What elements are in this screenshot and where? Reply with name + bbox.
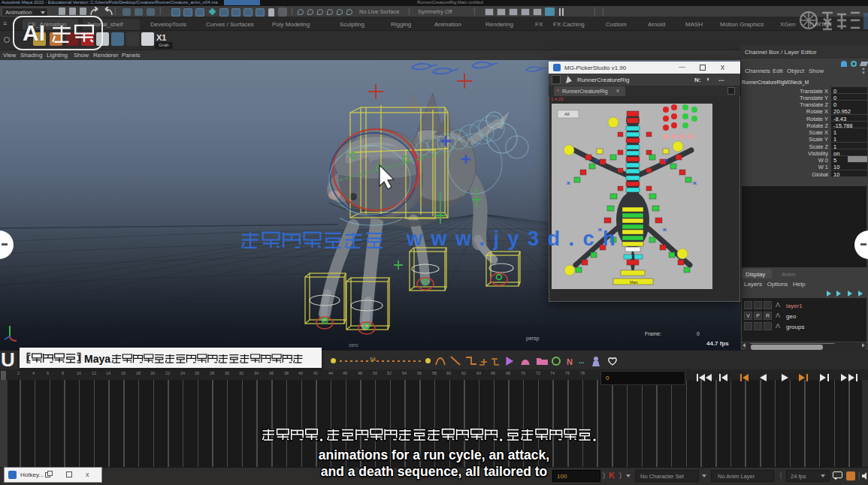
- svg-text:IK: IK: [595, 158, 599, 163]
- svg-text:IK: IK: [693, 181, 697, 185]
- svg-text:IK: IK: [567, 181, 570, 185]
- svg-text:N: N: [567, 357, 573, 366]
- svg-text:All: All: [564, 112, 570, 116]
- svg-text:IK: IK: [664, 158, 668, 163]
- svg-text:Main: Main: [630, 280, 638, 285]
- svg-text:...: ...: [579, 357, 585, 365]
- svg-text:IK: IK: [663, 227, 667, 232]
